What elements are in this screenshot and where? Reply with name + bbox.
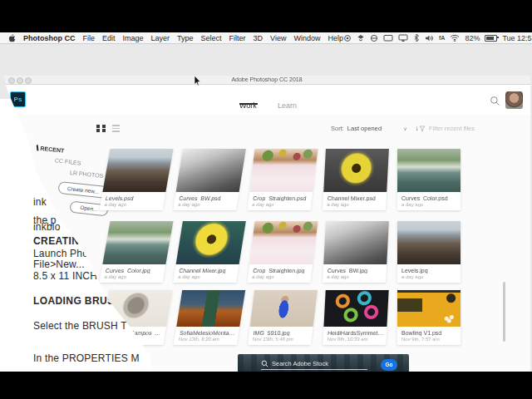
list-view-button[interactable]: [112, 125, 120, 132]
file-card[interactable]: Curves_Color.psda day ago: [397, 149, 461, 210]
record-status-icon[interactable]: [343, 34, 352, 42]
file-card[interactable]: Crop_Straighten.jpga day ago: [247, 221, 318, 283]
file-name: HeidiHardsSymmetrical.jp...: [328, 330, 384, 336]
document-line: File>New...: [33, 259, 85, 270]
menu-3d[interactable]: 3D: [254, 34, 264, 42]
display-status-icon[interactable]: [383, 34, 393, 42]
scrollbar[interactable]: [503, 282, 505, 342]
start-screen-header: Ps Work Learn: [3, 85, 530, 115]
file-timestamp: a day ago: [252, 274, 312, 279]
apple-menu-icon[interactable]: [8, 34, 16, 42]
menu-type[interactable]: Type: [177, 34, 194, 42]
file-timestamp: a day ago: [252, 202, 312, 207]
sort-control[interactable]: Sort: Last opened ∨ ↓: [331, 125, 419, 132]
file-timestamp: Nov 9th, 7:57 am: [401, 337, 461, 342]
menu-items: FileEditImageLayerTypeSelectFilter3DView…: [83, 34, 344, 42]
menu-filter[interactable]: Filter: [229, 34, 246, 42]
tab-learn[interactable]: Learn: [278, 101, 297, 110]
document-line: inkblo: [33, 221, 61, 233]
file-thumbnail: [397, 149, 461, 192]
desktop: Photoshop CC FileEditImageLayerTypeSelec…: [0, 32, 532, 372]
sidebar-item-lr-photos[interactable]: LR PHOTOS: [70, 170, 104, 179]
file-name: Channel Mixer.jpg: [179, 268, 236, 273]
airplay-status-icon[interactable]: [398, 34, 408, 42]
file-thumbnail: [176, 221, 246, 264]
file-card[interactable]: Crop_Straighten.psda day ago: [247, 149, 318, 210]
go-button[interactable]: Go: [381, 359, 397, 371]
sidebar-item-cc-files[interactable]: CC FILES: [55, 157, 81, 165]
file-thumbnail: [102, 221, 173, 264]
file-timestamp: Nov 13th, 5:48 pm: [252, 337, 312, 342]
menu-bar-clock[interactable]: Tue 12:53 PM: [502, 34, 532, 42]
file-thumbnail: [397, 221, 461, 264]
letterbox-top: [0, 0, 532, 32]
letterbox-bottom: [0, 372, 532, 399]
battery-icon[interactable]: [485, 35, 497, 42]
wifi-status-icon[interactable]: [450, 34, 460, 42]
file-thumbnail: [249, 149, 318, 192]
grid-view-button[interactable]: [96, 125, 106, 132]
battery-percent: 82%: [465, 34, 480, 42]
file-card[interactable]: Channel Mixer.psda day ago: [323, 149, 389, 210]
menu-view[interactable]: View: [270, 34, 286, 42]
file-card[interactable]: Levels.jpga day ago: [397, 221, 461, 283]
filter-field[interactable]: Filter recent files: [419, 125, 475, 132]
avatar[interactable]: [505, 91, 523, 109]
file-card[interactable]: Levels.psda day ago: [99, 149, 173, 210]
sort-direction-icon[interactable]: ↓: [416, 125, 419, 132]
file-card[interactable]: HeidiHardsSymmetrical.jp...Nov 8th, 10:3…: [323, 290, 388, 345]
menu-window[interactable]: Window: [293, 34, 320, 42]
file-name: Channel Mixer.psd: [328, 195, 384, 201]
file-card[interactable]: Bowling V1.psdNov 9th, 7:57 am: [397, 290, 461, 345]
active-app-name[interactable]: Photoshop CC: [23, 34, 76, 42]
dropbox-status-icon[interactable]: [357, 34, 365, 42]
file-name: Levels.psd: [105, 195, 162, 201]
file-card[interactable]: Curves_BW.jpga day ago: [323, 221, 389, 283]
document-line: ink: [33, 196, 47, 208]
menu-image[interactable]: Image: [123, 34, 144, 42]
file-name: Curves_BW.psd: [179, 195, 236, 201]
file-timestamp: a day ago: [327, 274, 386, 279]
input-source-status-icon[interactable]: fA: [439, 35, 445, 41]
sidebar-item-recent[interactable]: RECENT: [37, 145, 65, 153]
sort-value: Last opened: [347, 125, 382, 132]
active-item-marker: [37, 145, 38, 150]
app-status-icon[interactable]: [370, 34, 378, 42]
file-timestamp: a day ago: [401, 274, 461, 279]
menu-edit[interactable]: Edit: [102, 34, 116, 42]
search-icon[interactable]: [490, 96, 500, 106]
file-thumbnail: [176, 290, 245, 327]
document-line: CREATIN: [33, 235, 79, 247]
search-icon: [261, 360, 268, 367]
window-title-bar[interactable]: Adobe Photoshop CC 2018: [3, 76, 530, 85]
volume-status-icon[interactable]: [425, 34, 434, 42]
file-timestamp: a day ago: [104, 202, 164, 207]
menu-help[interactable]: Help: [328, 34, 343, 42]
menu-select[interactable]: Select: [201, 34, 222, 42]
menu-file[interactable]: File: [83, 34, 96, 42]
file-card[interactable]: Channel Mixer.jpga day ago: [173, 221, 246, 283]
adobe-stock-search-input[interactable]: Search Adobe Stock: [261, 360, 367, 370]
document-line: Launch Pho: [33, 248, 88, 259]
file-card[interactable]: Curves_Color.jpga day ago: [99, 221, 173, 283]
file-card[interactable]: Curves_BW.psda day ago: [173, 149, 246, 210]
active-tab-underline: [239, 103, 258, 105]
file-thumbnail: [397, 290, 461, 327]
file-timestamp: a day ago: [178, 274, 238, 279]
file-timestamp: a day ago: [401, 202, 461, 207]
file-thumbnail: [323, 149, 389, 192]
menu-bar: Photoshop CC FileEditImageLayerTypeSelec…: [0, 32, 532, 44]
file-timestamp: Nov 13th, 8:20 am: [178, 337, 238, 342]
menu-layer[interactable]: Layer: [151, 34, 170, 42]
file-thumbnail: [176, 149, 246, 192]
file-thumbnail: [249, 221, 318, 264]
bluetooth-status-icon[interactable]: [413, 33, 420, 42]
file-card[interactable]: IMG_5910.jpgNov 13th, 5:48 pm: [248, 290, 318, 345]
file-name: Crop_Straighten.psd: [253, 195, 310, 201]
document-line: Select the BRUSH T: [33, 320, 127, 332]
filter-icon: [419, 126, 426, 132]
file-name: SofiaMelesioMontageExtS...: [180, 330, 237, 336]
file-name: Curves_BW.jpg: [328, 268, 384, 273]
file-card[interactable]: SofiaMelesioMontageExtS...Nov 13th, 8:20…: [174, 290, 245, 345]
adobe-stock-banner: Search Adobe Stock Go: [238, 354, 409, 372]
